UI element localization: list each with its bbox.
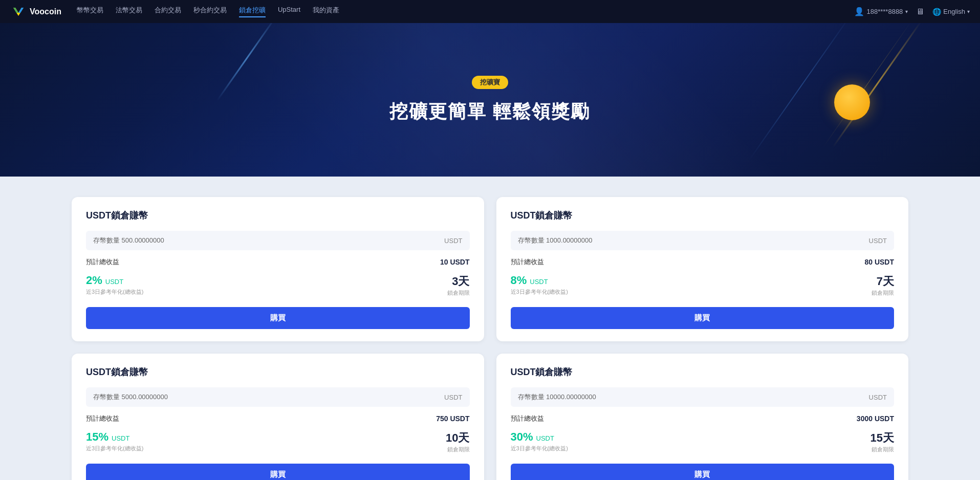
card-profit-value-3: 3000 USDT <box>857 414 894 423</box>
card-0: USDT鎖倉賺幣 存幣數量 500.00000000 USDT 預計總收益 10… <box>72 197 484 341</box>
card-profit-value-0: 10 USDT <box>440 258 470 266</box>
card-rate-pct-1: 8% <box>511 274 527 287</box>
card-rate-top-0: 2% USDT <box>86 274 143 287</box>
card-days-num-0: 3天 <box>452 274 469 289</box>
card-deposit-currency-1: USDT <box>869 237 887 245</box>
hero-deco-line1 <box>216 23 276 101</box>
card-rate-sub-2: 近3日參考年化(總收益) <box>86 445 143 452</box>
logo-text: Voocoin <box>30 7 61 16</box>
card-days-num-1: 7天 <box>877 274 894 289</box>
card-deposit-currency-2: USDT <box>444 394 462 401</box>
card-rate-unit-2: USDT <box>112 434 129 442</box>
card-buy-btn-3[interactable]: 購買 <box>511 464 895 480</box>
card-days-label-1: 鎖倉期限 <box>872 289 894 297</box>
card-rate-pct-3: 30% <box>511 430 533 444</box>
nav-link-5[interactable]: UpStart <box>278 6 300 17</box>
card-deposit-currency-0: USDT <box>444 237 462 245</box>
card-days-num-2: 10天 <box>446 430 469 446</box>
card-profit-label-0: 預計總收益 <box>86 257 119 267</box>
svg-marker-1 <box>13 8 18 13</box>
card-days-label-0: 鎖倉期限 <box>447 289 470 297</box>
hero-title: 挖礦更簡單 輕鬆領獎勵 <box>389 99 590 124</box>
card-buy-btn-1[interactable]: 購買 <box>511 307 895 329</box>
card-deposit-row-2: 存幣數量 5000.00000000 USDT <box>86 387 470 407</box>
card-profit-row-2: 預計總收益 750 USDT <box>86 414 470 423</box>
card-rate-sub-3: 近3日參考年化(總收益) <box>511 445 568 452</box>
navbar: Voocoin 幣幣交易法幣交易合約交易秒合約交易鎖倉挖礦UpStart我的資產… <box>0 0 980 23</box>
svg-marker-2 <box>18 8 24 13</box>
cards-grid: USDT鎖倉賺幣 存幣數量 500.00000000 USDT 預計總收益 10… <box>72 197 908 480</box>
card-deposit-label-0: 存幣數量 500.00000000 <box>93 236 164 245</box>
card-stats-row-1: 8% USDT 近3日參考年化(總收益) 7天 鎖倉期限 <box>511 274 895 297</box>
card-rate-pct-2: 15% <box>86 430 108 444</box>
nav-link-0[interactable]: 幣幣交易 <box>77 6 103 17</box>
card-deposit-row-1: 存幣數量 1000.00000000 USDT <box>511 231 895 250</box>
card-profit-label-3: 預計總收益 <box>511 414 544 423</box>
card-days-3: 15天 鎖倉期限 <box>870 430 894 453</box>
card-stats-row-3: 30% USDT 近3日參考年化(總收益) 15天 鎖倉期限 <box>511 430 895 453</box>
card-profit-row-3: 預計總收益 3000 USDT <box>511 414 895 423</box>
hero-banner: 挖礦寶 挖礦更簡單 輕鬆領獎勵 <box>0 23 980 177</box>
nav-link-2[interactable]: 合約交易 <box>155 6 181 17</box>
logo[interactable]: Voocoin <box>10 4 61 20</box>
card-1: USDT鎖倉賺幣 存幣數量 1000.00000000 USDT 預計總收益 8… <box>496 197 909 341</box>
card-rate-top-1: 8% USDT <box>511 274 568 287</box>
card-title-2: USDT鎖倉賺幣 <box>86 366 470 378</box>
card-buy-btn-0[interactable]: 購買 <box>86 307 470 329</box>
user-id: 188****8888 <box>867 8 903 15</box>
notifications-button[interactable]: 🖥 <box>916 7 924 16</box>
card-days-1: 7天 鎖倉期限 <box>872 274 894 297</box>
card-rate-pct-0: 2% <box>86 274 102 287</box>
card-2: USDT鎖倉賺幣 存幣數量 5000.00000000 USDT 預計總收益 7… <box>72 354 484 480</box>
card-rate-top-2: 15% USDT <box>86 430 143 444</box>
card-days-label-3: 鎖倉期限 <box>872 446 894 453</box>
card-deposit-currency-3: USDT <box>869 394 887 401</box>
nav-link-1[interactable]: 法幣交易 <box>116 6 142 17</box>
hero-badge: 挖礦寶 <box>472 76 508 89</box>
card-buy-btn-2[interactable]: 購買 <box>86 464 470 480</box>
card-rate-top-3: 30% USDT <box>511 430 568 444</box>
card-days-label-2: 鎖倉期限 <box>447 446 470 453</box>
language-label: English <box>943 8 965 15</box>
card-rate-unit-1: USDT <box>530 278 548 286</box>
card-rate-1: 8% USDT 近3日參考年化(總收益) <box>511 274 568 296</box>
card-deposit-label-1: 存幣數量 1000.00000000 <box>518 236 593 245</box>
card-days-0: 3天 鎖倉期限 <box>447 274 470 297</box>
nav-links: 幣幣交易法幣交易合約交易秒合約交易鎖倉挖礦UpStart我的資產 <box>77 6 854 17</box>
card-profit-label-1: 預計總收益 <box>511 257 544 267</box>
card-days-2: 10天 鎖倉期限 <box>446 430 469 453</box>
card-deposit-row-0: 存幣數量 500.00000000 USDT <box>86 231 470 250</box>
card-deposit-label-3: 存幣數量 10000.00000000 <box>518 392 596 402</box>
nav-link-4[interactable]: 鎖倉挖礦 <box>239 6 266 17</box>
card-profit-row-1: 預計總收益 80 USDT <box>511 257 895 267</box>
card-title-1: USDT鎖倉賺幣 <box>511 209 895 222</box>
card-rate-3: 30% USDT 近3日參考年化(總收益) <box>511 430 568 452</box>
card-profit-row-0: 預計總收益 10 USDT <box>86 257 470 267</box>
card-profit-value-1: 80 USDT <box>864 258 894 266</box>
card-days-num-3: 15天 <box>870 430 894 446</box>
card-profit-label-2: 預計總收益 <box>86 414 119 423</box>
nav-link-3[interactable]: 秒合約交易 <box>193 6 227 17</box>
card-rate-2: 15% USDT 近3日參考年化(總收益) <box>86 430 143 452</box>
nav-link-6[interactable]: 我的資產 <box>313 6 339 17</box>
card-stats-row-2: 15% USDT 近3日參考年化(總收益) 10天 鎖倉期限 <box>86 430 470 453</box>
card-title-3: USDT鎖倉賺幣 <box>511 366 895 378</box>
user-menu[interactable]: 👤 188****8888 ▾ <box>854 7 908 16</box>
card-rate-sub-0: 近3日參考年化(總收益) <box>86 288 143 296</box>
card-title-0: USDT鎖倉賺幣 <box>86 209 470 222</box>
card-rate-unit-3: USDT <box>536 434 554 442</box>
card-stats-row-0: 2% USDT 近3日參考年化(總收益) 3天 鎖倉期限 <box>86 274 470 297</box>
card-deposit-label-2: 存幣數量 5000.00000000 <box>93 392 168 402</box>
card-deposit-row-3: 存幣數量 10000.00000000 USDT <box>511 387 895 407</box>
nav-right: 👤 188****8888 ▾ 🖥 🌐 English ▾ <box>854 7 970 16</box>
hero-deco-line4 <box>823 23 911 147</box>
card-profit-value-2: 750 USDT <box>436 414 469 423</box>
card-rate-unit-0: USDT <box>105 278 123 286</box>
language-selector[interactable]: 🌐 English ▾ <box>932 8 970 16</box>
card-3: USDT鎖倉賺幣 存幣數量 10000.00000000 USDT 預計總收益 … <box>496 354 909 480</box>
hero-content: 挖礦寶 挖礦更簡單 輕鬆領獎勵 <box>389 76 590 124</box>
cards-section: USDT鎖倉賺幣 存幣數量 500.00000000 USDT 預計總收益 10… <box>0 177 980 480</box>
card-rate-0: 2% USDT 近3日參考年化(總收益) <box>86 274 143 296</box>
hero-ball <box>834 84 870 120</box>
card-rate-sub-1: 近3日參考年化(總收益) <box>511 288 568 296</box>
